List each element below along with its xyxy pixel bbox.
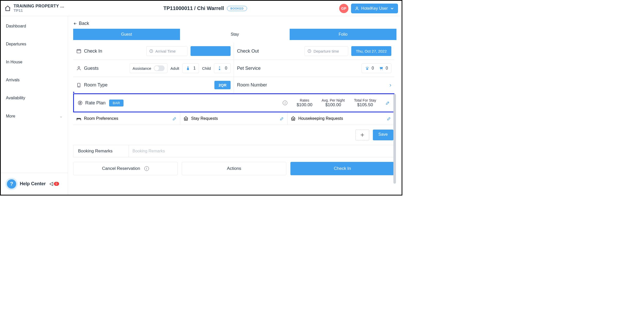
remarks-input[interactable] [129,145,394,157]
tab-bar: Guest Stay Folio [73,29,396,40]
save-button[interactable]: Save [373,130,393,140]
svg-point-8 [367,67,368,67]
pet-service-label: Pet Service [237,66,261,71]
departure-time-input[interactable]: Departure time [305,46,348,56]
sidebar-item-inhouse[interactable]: In House [1,57,68,67]
svg-point-10 [366,68,368,70]
sidebar-item-arrivals[interactable]: Arrivals [1,75,68,85]
home-icon [4,5,11,12]
room-preferences[interactable]: Room Preferences [73,112,180,125]
avatar[interactable]: GP [339,4,348,13]
property-name: TRAINING PROPERTY … [14,4,64,8]
svg-point-14 [79,86,79,87]
field-label: Check Out [237,48,259,54]
booking-remarks-row: Booking Remarks [73,145,394,157]
room-type-chip[interactable]: 2QR [214,81,231,89]
placeholder-text: Arrival Time [155,49,176,53]
col-value: $105.50 [354,102,376,107]
cart-icon [379,66,384,71]
checkout-date-button[interactable]: Thu, Oct 27, 2022 [351,46,391,56]
edit-icon[interactable] [387,116,391,121]
arrow-left-icon [73,22,77,26]
sidebar-item-label: Departures [6,42,26,46]
rate-plan-chip[interactable]: BAR [109,100,124,106]
toggle-label: Assistance [132,66,151,71]
adult-label: Adult [171,66,179,71]
rate-plan-label: Rate Plan [78,100,106,106]
paw-icon [365,66,370,71]
svg-point-4 [78,66,80,68]
stay-requests[interactable]: Stay Requests [180,112,287,125]
field-label: Rate Plan [85,100,106,106]
sidebar-item-label: Availability [6,96,25,100]
svg-rect-1 [77,50,81,53]
svg-point-5 [187,66,189,68]
user-menu-button[interactable]: HotelKey User [351,4,398,13]
arrival-time-input[interactable]: Arrival Time [146,46,187,56]
top-bar: TRAINING PROPERTY … TP11 TP11000011 / Ch… [1,1,402,16]
sidebar-item-availability[interactable]: Availability [1,93,68,103]
user-name: HotelKey User [361,6,388,11]
back-label: Back [79,21,89,26]
remarks-label: Booking Remarks [73,145,129,157]
child-icon [217,66,222,71]
svg-point-11 [380,70,381,70]
edit-icon[interactable] [280,116,284,121]
scrollbar[interactable] [393,94,396,184]
pet-counts[interactable]: 0 0 [362,63,391,73]
status-badge: BOOKED [227,6,247,11]
avg-column: Avg. Per Night $100.00 [322,98,345,107]
field-label: Guests [84,66,99,71]
checkin-button[interactable]: Check In [290,162,394,175]
help-center[interactable]: ? Help Center 0 [1,173,68,195]
button-label: Check In [334,166,351,171]
help-label: Help Center [20,181,46,187]
add-button[interactable] [355,130,369,140]
house-icon [183,116,188,121]
svg-point-17 [186,119,186,119]
field-label: Room Number [237,82,267,88]
tab-label: Guest [121,32,132,37]
cancel-reservation-button[interactable]: Cancel Reservation i [73,162,178,175]
toggle-switch[interactable] [154,65,165,71]
tab-stay[interactable]: Stay [182,29,288,40]
checkout-label: Check Out [237,48,259,54]
sidebar: Dashboard Departures In House Arrivals A… [1,16,68,195]
property-selector[interactable]: TRAINING PROPERTY … TP11 [4,4,71,13]
tab-folio[interactable]: Folio [290,29,396,40]
button-label: Cancel Reservation [102,166,140,171]
device-icon [76,83,81,88]
edit-icon[interactable] [385,101,390,105]
sidebar-item-dashboard[interactable]: Dashboard [1,21,68,32]
col-value: $100.00 [322,102,345,107]
sidebar-item-label: Arrivals [6,78,20,82]
sidebar-item-label: In House [6,60,22,64]
req-label: Housekeeping Requests [298,116,343,121]
notification-badge: 0 [54,182,59,186]
sidebar-item-departures[interactable]: Departures [1,39,68,50]
sidebar-item-more[interactable]: More⌄ [1,111,68,122]
adult-count[interactable]: 1 [182,63,199,73]
count-value: 0 [225,66,227,71]
reservation-title: TP11000011 / Chi Warrell [163,5,224,11]
announcement-icon[interactable]: 0 [49,181,59,187]
clock-icon [307,49,311,53]
housekeeping-requests[interactable]: Housekeeping Requests [287,112,394,125]
tab-label: Stay [231,32,239,37]
assistance-toggle[interactable]: Assistance [130,63,167,73]
svg-point-12 [382,70,383,70]
chevron-right-icon[interactable]: › [390,82,391,89]
clock-icon [149,49,153,53]
main-content: Back Guest Stay Folio Check In [68,16,402,195]
actions-button[interactable]: Actions [182,162,286,175]
back-button[interactable]: Back [73,21,89,26]
info-icon[interactable]: i [283,101,287,105]
date-value: Thu, Oct 27, 2022 [356,49,387,53]
checkin-date-button[interactable] [191,46,231,56]
edit-icon[interactable] [172,116,177,121]
tab-guest[interactable]: Guest [73,29,180,40]
child-label: Child [202,66,211,71]
child-count[interactable]: 0 [214,63,231,73]
chevron-down-icon [390,6,394,11]
button-label: Save [378,132,388,136]
